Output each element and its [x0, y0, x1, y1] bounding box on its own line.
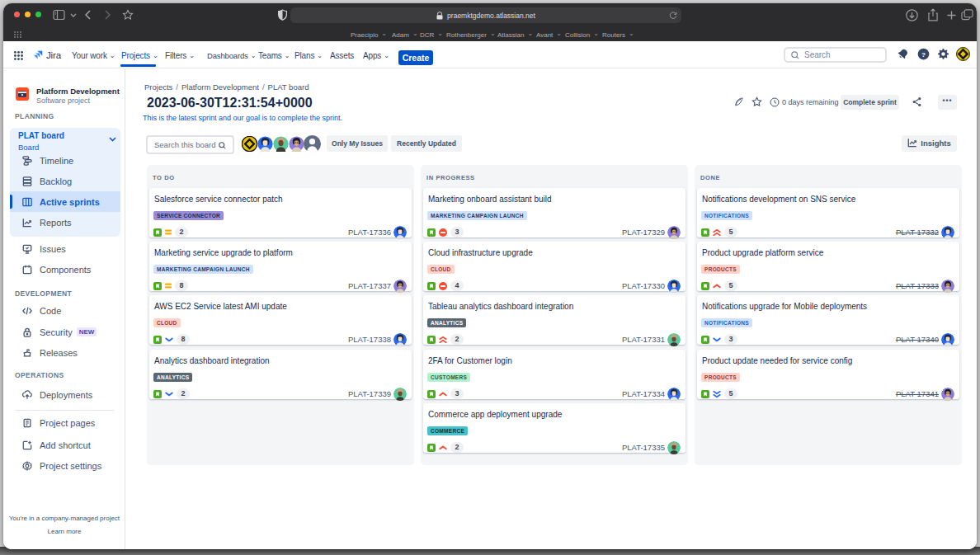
svg-text:?: ? — [921, 51, 926, 59]
